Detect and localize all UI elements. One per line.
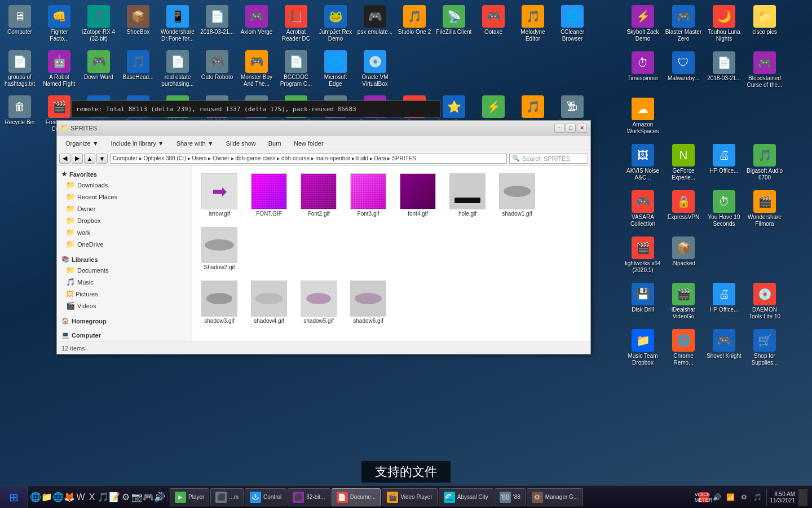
sidebar-item-downloads[interactable]: 📁 Downloads	[57, 179, 192, 191]
taskbar-item-32bit[interactable]: ⬛ 32-bit...	[288, 488, 330, 506]
desktop-icon-izotope[interactable]: 🎵 iZotope RX 4 (32-bit)	[79, 3, 118, 48]
slideshow-button[interactable]: Slide show	[221, 138, 261, 148]
desktop-icon-downward[interactable]: 🎮 Down Ward	[79, 48, 118, 93]
desktop-icon-shovelknight[interactable]: 🎮 Shovel Knight	[704, 327, 744, 372]
taskbar-item-manager[interactable]: ⚙ Manager G...	[527, 488, 583, 506]
desktop-icon-vasara[interactable]: 🎮 VASARA Collection	[623, 188, 663, 233]
sidebar-item-videos[interactable]: 🎬 Videos	[57, 300, 192, 312]
file-item-shadow3[interactable]: shadow3.gif	[197, 278, 242, 327]
desktop-icon-doc3[interactable]: 📄 2018-03-21...	[704, 49, 744, 94]
sidebar-item-pictures[interactable]: 🖼 Pictures	[57, 288, 192, 300]
taskbar-excel-icon[interactable]: X	[87, 492, 97, 502]
desktop-icon-expressvpn[interactable]: 🔒 ExpressVPN	[664, 188, 703, 233]
taskbar-app12-icon[interactable]: 🔊	[155, 492, 165, 502]
file-item-shadow2[interactable]: Shadow2.gif	[197, 224, 242, 273]
search-box[interactable]: 🔍 Search SPRITES	[509, 154, 588, 164]
desktop-icon-geforce[interactable]: N GeForce Experie...	[664, 142, 703, 187]
taskbar-item-2[interactable]: ⬛ ...m	[210, 488, 244, 506]
recent-button[interactable]: ▼	[96, 154, 108, 164]
desktop-icon-lightworks[interactable]: 🎬 lightworks x64 (2020.1)	[623, 234, 663, 279]
sidebar-item-owner[interactable]: 📁 Owner	[57, 203, 192, 214]
file-item-shadow5[interactable]: shadow5.gif	[296, 278, 341, 327]
desktop-icon-jumpjet[interactable]: 🐸 JumpJet Rex Demo	[316, 3, 355, 48]
up-button[interactable]: ▲	[84, 154, 95, 164]
back-button[interactable]: ◀	[59, 154, 70, 164]
desktop-icon-virtualbox[interactable]: 💿 Oracle VM VirtualBox	[355, 48, 395, 93]
desktop-icon-basehead[interactable]: 🎵 BaseHead...	[118, 48, 158, 93]
desktop-icon-groups[interactable]: 📄 groups of hashtags.txt	[0, 48, 39, 93]
desktop-icon-axiom[interactable]: 🎮 Axiom Verge	[237, 3, 276, 48]
sidebar-item-recent[interactable]: 📁 Recent Places	[57, 191, 192, 203]
desktop-icon-studio[interactable]: 🎵 Studio One 2	[395, 3, 434, 48]
taskbar-item-player[interactable]: ▶ Player	[170, 488, 209, 506]
desktop-icon-hp[interactable]: 🖨 HP Office...	[704, 142, 744, 187]
desktop-icon-fighter[interactable]: 👊 Fighter Facto...	[39, 3, 79, 48]
file-item-font2[interactable]: Font2.gif	[296, 170, 341, 220]
desktop-icon-wondershare[interactable]: 📱 Wondershare Dr.Fone for...	[158, 3, 197, 48]
include-library-button[interactable]: Include in library ▼	[106, 138, 169, 148]
taskbar-chrome-icon[interactable]: 🌐	[53, 492, 63, 502]
desktop-icon-akvis[interactable]: 🖼 AKVIS Noise A&C...	[623, 142, 663, 187]
taskbar-folder-icon[interactable]: 📁	[42, 492, 52, 502]
file-item-shadow6[interactable]: shadow6.gif	[346, 278, 391, 327]
sidebar-item-onedrive[interactable]: 📁 OneDrive	[57, 238, 192, 250]
desktop-icon-robot[interactable]: 🤖 A Robot Named Fight	[39, 48, 79, 93]
share-with-button[interactable]: Share with ▼	[171, 138, 219, 148]
close-button[interactable]: ✕	[577, 124, 587, 133]
desktop-icon-10seconds[interactable]: ⏱ You Have 10 Seconds	[704, 188, 744, 233]
desktop-icon-bloodstained[interactable]: 🎮 Bloodstained Curse of the...	[745, 49, 784, 94]
desktop-icon-musicteam[interactable]: 📁 Music Team Dropbox	[623, 327, 663, 372]
desktop-icon-realestate[interactable]: 📄 real estate purchasing...	[158, 48, 197, 93]
desktop-icon-shoebox[interactable]: 📦 ShoeBox	[118, 3, 158, 48]
desktop-icon-doc1[interactable]: 📄 2018-03-21...	[197, 3, 237, 48]
desktop-icon-touhou[interactable]: 🌙 Touhou Luna Nights	[704, 3, 744, 48]
burn-button[interactable]: Burn	[263, 138, 286, 148]
new-folder-button[interactable]: New folder	[289, 138, 329, 148]
system-clock[interactable]: 8:50 AM 11/3/2021	[770, 491, 796, 503]
desktop-icon-skybolt[interactable]: ⚡ Skybolt Zack Demo	[623, 3, 663, 48]
desktop-icon-npacked[interactable]: 📦 .Npacked	[664, 234, 703, 279]
tray-speaker-icon[interactable]: 🔊	[712, 492, 722, 502]
tray-voice-icon[interactable]: VOICE METER	[699, 492, 709, 502]
file-item-arrow[interactable]: ➡ arrow.gif	[197, 170, 242, 220]
desktop-icon-blaster[interactable]: 🎮 Blaster Master Zero	[664, 3, 703, 48]
file-item-shadow4[interactable]: shadow4.gif	[246, 278, 292, 327]
forward-button[interactable]: ▶	[72, 154, 83, 164]
desktop-icon-daemon[interactable]: 💿 DAEMON Tools Lite 10	[745, 281, 784, 326]
desktop-icon-ccleaner-browser[interactable]: 🌐 CCleaner Browser	[553, 3, 592, 48]
desktop-icon-filmora[interactable]: 🎬 Wondershare Filmora	[745, 188, 784, 233]
taskbar-app11-icon[interactable]: 🎮	[143, 492, 153, 502]
desktop-icon-cisco-pics[interactable]: 📁 cisco pics	[745, 3, 784, 48]
desktop-icon-monsterboy[interactable]: 🎮 Monster Boy And The...	[237, 48, 276, 93]
desktop-icon-gatoroboto[interactable]: 🎮 Gato Roboto	[197, 48, 237, 93]
taskbar-item-doc[interactable]: 📄 Docume...	[332, 488, 381, 506]
tray-app1-icon[interactable]: ⚙	[739, 492, 749, 502]
desktop-icon-recycle[interactable]: 🗑 Recycle Bin	[0, 93, 39, 138]
file-item-font4[interactable]: font4.gif	[395, 170, 440, 220]
desktop-icon-bigasoft[interactable]: 🎵 Bigasoft Audio 6700	[745, 142, 784, 187]
taskbar-word-icon[interactable]: W	[76, 492, 86, 502]
tray-app2-icon[interactable]: 🎵	[753, 492, 763, 502]
address-path[interactable]: Computer ▸ Optiplex 380 (C:) ▸ Users ▸ O…	[110, 154, 507, 164]
taskbar-note-icon[interactable]: 📝	[109, 492, 120, 502]
desktop-icon-melodyne[interactable]: 🎵 Melodyne Editor	[513, 3, 553, 48]
desktop-icon-malwarebytes[interactable]: 🛡 Malwareby...	[664, 49, 703, 94]
minimize-button[interactable]: −	[554, 124, 564, 133]
desktop-icon-psx[interactable]: 🎮 psx emulate...	[355, 3, 395, 48]
desktop-icon-timespinner[interactable]: ⏱ Timespinner	[623, 49, 663, 94]
desktop-icon-acrobat[interactable]: 📕 Acrobat Reader DC	[276, 3, 316, 48]
taskbar-ie-icon[interactable]: 🌐	[30, 492, 41, 502]
desktop-icon-bgcdoc[interactable]: 📄 BGCDOC Program C...	[276, 48, 316, 93]
start-button[interactable]: ⊞	[0, 486, 28, 509]
desktop-icon-ootake[interactable]: 🎮 Ootake	[474, 3, 513, 48]
desktop-icon-chrome[interactable]: 🌐 Chrome Remo...	[664, 327, 703, 372]
desktop-icon-amazon[interactable]: ☁ Amazon WorkSpaces	[623, 95, 663, 141]
taskbar-fx-icon[interactable]: 🦊	[64, 492, 74, 502]
desktop-icon-filezilla[interactable]: 📡 FileZilla Client	[434, 3, 474, 48]
taskbar-item-video[interactable]: 🎬 Video Player	[382, 488, 438, 506]
desktop-icon-diskdrill[interactable]: 💾 Disk Drill	[623, 281, 663, 326]
sidebar-item-music[interactable]: 🎵 Music	[57, 276, 192, 288]
desktop-icon-computer[interactable]: 🖥 Computer	[0, 3, 39, 48]
show-desktop-button[interactable]	[798, 489, 807, 506]
maximize-button[interactable]: □	[566, 124, 576, 133]
